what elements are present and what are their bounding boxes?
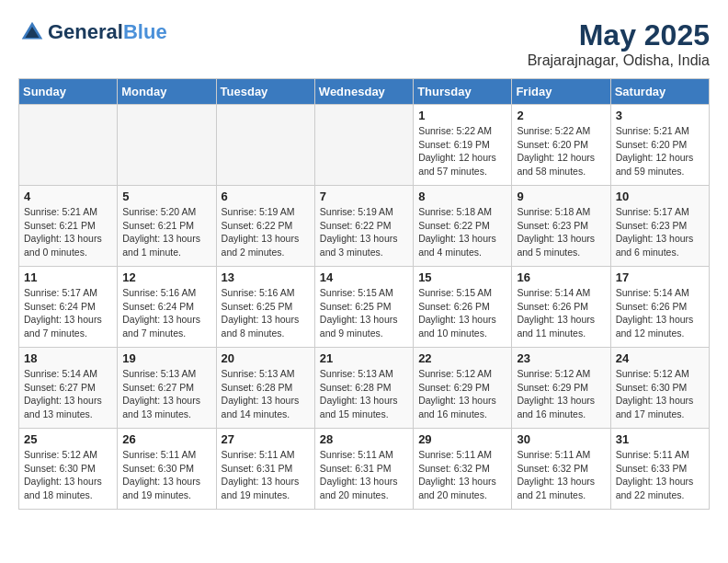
day-info: Sunrise: 5:13 AM Sunset: 6:28 PM Dayligh… [320, 367, 408, 421]
header-sunday: Sunday [19, 79, 118, 105]
day-info: Sunrise: 5:14 AM Sunset: 6:27 PM Dayligh… [24, 367, 112, 421]
day-info: Sunrise: 5:17 AM Sunset: 6:24 PM Dayligh… [24, 286, 112, 340]
header-monday: Monday [118, 79, 216, 105]
day-info: Sunrise: 5:22 AM Sunset: 6:19 PM Dayligh… [418, 124, 506, 178]
day-info: Sunrise: 5:19 AM Sunset: 6:22 PM Dayligh… [222, 205, 310, 259]
calendar-cell: 13Sunrise: 5:16 AM Sunset: 6:25 PM Dayli… [216, 267, 314, 348]
day-number: 16 [517, 270, 605, 284]
day-info: Sunrise: 5:11 AM Sunset: 6:32 PM Dayligh… [517, 448, 605, 502]
month-title: May 2025 [528, 18, 710, 52]
calendar-cell [118, 105, 216, 186]
day-number: 25 [24, 432, 112, 446]
logo-text: GeneralBlue [48, 21, 167, 43]
day-number: 9 [517, 190, 605, 203]
day-number: 11 [24, 270, 112, 284]
day-number: 12 [122, 270, 210, 284]
day-number: 10 [616, 190, 704, 203]
calendar-cell: 15Sunrise: 5:15 AM Sunset: 6:26 PM Dayli… [414, 267, 512, 348]
day-info: Sunrise: 5:12 AM Sunset: 6:29 PM Dayligh… [517, 367, 605, 421]
page-header: GeneralBlue May 2025 Brajarajnagar, Odis… [18, 18, 710, 69]
day-info: Sunrise: 5:12 AM Sunset: 6:30 PM Dayligh… [24, 448, 112, 502]
day-number: 3 [616, 109, 704, 122]
day-number: 17 [616, 270, 704, 284]
day-info: Sunrise: 5:11 AM Sunset: 6:30 PM Dayligh… [122, 448, 210, 502]
logo-icon [18, 18, 46, 46]
calendar-cell: 10Sunrise: 5:17 AM Sunset: 6:23 PM Dayli… [610, 186, 709, 267]
calendar-week-2: 4Sunrise: 5:21 AM Sunset: 6:21 PM Daylig… [19, 186, 710, 267]
day-number: 5 [122, 190, 210, 203]
calendar-cell: 12Sunrise: 5:16 AM Sunset: 6:24 PM Dayli… [118, 267, 216, 348]
calendar-cell: 21Sunrise: 5:13 AM Sunset: 6:28 PM Dayli… [314, 348, 413, 429]
day-number: 24 [616, 351, 704, 365]
header-tuesday: Tuesday [216, 79, 314, 105]
calendar-cell: 24Sunrise: 5:12 AM Sunset: 6:30 PM Dayli… [610, 348, 709, 429]
day-info: Sunrise: 5:18 AM Sunset: 6:22 PM Dayligh… [418, 205, 506, 259]
day-info: Sunrise: 5:17 AM Sunset: 6:23 PM Dayligh… [616, 205, 704, 259]
calendar-cell: 17Sunrise: 5:14 AM Sunset: 6:26 PM Dayli… [610, 267, 709, 348]
calendar-cell: 27Sunrise: 5:11 AM Sunset: 6:31 PM Dayli… [216, 429, 314, 510]
header-wednesday: Wednesday [314, 79, 413, 105]
calendar-cell: 16Sunrise: 5:14 AM Sunset: 6:26 PM Dayli… [512, 267, 610, 348]
day-info: Sunrise: 5:14 AM Sunset: 6:26 PM Dayligh… [616, 286, 704, 340]
day-info: Sunrise: 5:21 AM Sunset: 6:20 PM Dayligh… [616, 124, 704, 178]
day-number: 15 [418, 270, 506, 284]
title-block: May 2025 Brajarajnagar, Odisha, India [528, 18, 710, 69]
calendar-cell: 1Sunrise: 5:22 AM Sunset: 6:19 PM Daylig… [414, 105, 512, 186]
calendar-header-row: SundayMondayTuesdayWednesdayThursdayFrid… [19, 79, 710, 105]
day-number: 2 [517, 109, 605, 122]
day-number: 14 [320, 270, 408, 284]
logo: GeneralBlue [18, 18, 167, 46]
day-number: 1 [418, 109, 506, 122]
day-info: Sunrise: 5:15 AM Sunset: 6:25 PM Dayligh… [320, 286, 408, 340]
header-friday: Friday [512, 79, 610, 105]
day-number: 31 [616, 432, 704, 446]
calendar-cell: 4Sunrise: 5:21 AM Sunset: 6:21 PM Daylig… [19, 186, 118, 267]
day-info: Sunrise: 5:18 AM Sunset: 6:23 PM Dayligh… [517, 205, 605, 259]
day-info: Sunrise: 5:15 AM Sunset: 6:26 PM Dayligh… [418, 286, 506, 340]
calendar-cell: 19Sunrise: 5:13 AM Sunset: 6:27 PM Dayli… [118, 348, 216, 429]
day-info: Sunrise: 5:12 AM Sunset: 6:29 PM Dayligh… [418, 367, 506, 421]
day-number: 27 [222, 432, 310, 446]
day-info: Sunrise: 5:12 AM Sunset: 6:30 PM Dayligh… [616, 367, 704, 421]
day-number: 13 [222, 270, 310, 284]
calendar-cell: 2Sunrise: 5:22 AM Sunset: 6:20 PM Daylig… [512, 105, 610, 186]
day-number: 20 [222, 351, 310, 365]
calendar-cell: 14Sunrise: 5:15 AM Sunset: 6:25 PM Dayli… [314, 267, 413, 348]
calendar-cell: 28Sunrise: 5:11 AM Sunset: 6:31 PM Dayli… [314, 429, 413, 510]
day-number: 29 [418, 432, 506, 446]
header-saturday: Saturday [610, 79, 709, 105]
calendar-cell: 25Sunrise: 5:12 AM Sunset: 6:30 PM Dayli… [19, 429, 118, 510]
day-number: 19 [122, 351, 210, 365]
day-number: 23 [517, 351, 605, 365]
day-number: 8 [418, 190, 506, 203]
day-info: Sunrise: 5:14 AM Sunset: 6:26 PM Dayligh… [517, 286, 605, 340]
calendar-cell: 3Sunrise: 5:21 AM Sunset: 6:20 PM Daylig… [610, 105, 709, 186]
calendar-cell [216, 105, 314, 186]
day-info: Sunrise: 5:11 AM Sunset: 6:31 PM Dayligh… [320, 448, 408, 502]
day-info: Sunrise: 5:13 AM Sunset: 6:27 PM Dayligh… [122, 367, 210, 421]
calendar-table: SundayMondayTuesdayWednesdayThursdayFrid… [18, 78, 710, 510]
day-number: 28 [320, 432, 408, 446]
day-info: Sunrise: 5:21 AM Sunset: 6:21 PM Dayligh… [24, 205, 112, 259]
calendar-cell: 30Sunrise: 5:11 AM Sunset: 6:32 PM Dayli… [512, 429, 610, 510]
calendar-cell [19, 105, 118, 186]
calendar-week-1: 1Sunrise: 5:22 AM Sunset: 6:19 PM Daylig… [19, 105, 710, 186]
day-info: Sunrise: 5:19 AM Sunset: 6:22 PM Dayligh… [320, 205, 408, 259]
calendar-week-3: 11Sunrise: 5:17 AM Sunset: 6:24 PM Dayli… [19, 267, 710, 348]
day-info: Sunrise: 5:11 AM Sunset: 6:32 PM Dayligh… [418, 448, 506, 502]
day-number: 18 [24, 351, 112, 365]
day-number: 6 [222, 190, 310, 203]
day-info: Sunrise: 5:16 AM Sunset: 6:25 PM Dayligh… [222, 286, 310, 340]
calendar-week-4: 18Sunrise: 5:14 AM Sunset: 6:27 PM Dayli… [19, 348, 710, 429]
day-info: Sunrise: 5:11 AM Sunset: 6:31 PM Dayligh… [222, 448, 310, 502]
day-info: Sunrise: 5:16 AM Sunset: 6:24 PM Dayligh… [122, 286, 210, 340]
day-number: 22 [418, 351, 506, 365]
calendar-cell: 20Sunrise: 5:13 AM Sunset: 6:28 PM Dayli… [216, 348, 314, 429]
calendar-cell [314, 105, 413, 186]
day-number: 30 [517, 432, 605, 446]
calendar-cell: 8Sunrise: 5:18 AM Sunset: 6:22 PM Daylig… [414, 186, 512, 267]
day-number: 26 [122, 432, 210, 446]
day-info: Sunrise: 5:22 AM Sunset: 6:20 PM Dayligh… [517, 124, 605, 178]
calendar-cell: 9Sunrise: 5:18 AM Sunset: 6:23 PM Daylig… [512, 186, 610, 267]
calendar-cell: 6Sunrise: 5:19 AM Sunset: 6:22 PM Daylig… [216, 186, 314, 267]
